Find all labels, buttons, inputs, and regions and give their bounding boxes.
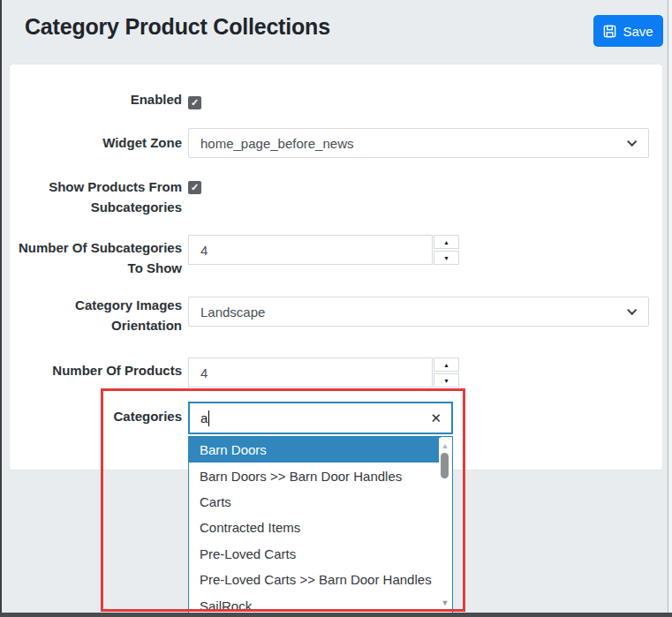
page-title: Category Product Collections (25, 14, 330, 40)
list-item[interactable]: Pre-Loved Carts >> Barn Door Handles (189, 567, 441, 592)
number-of-subcategories-stepper: ▲ ▼ (434, 235, 459, 265)
category-images-orientation-select[interactable]: Landscape (188, 297, 649, 327)
number-of-subcategories-label: Number Of Subcategories To Show (16, 237, 182, 278)
window-bottom-edge (0, 613, 672, 617)
list-item[interactable]: Carts (189, 489, 441, 515)
save-button-label: Save (623, 24, 653, 39)
number-of-subcategories-value: 4 (200, 243, 208, 258)
enabled-checkbox[interactable]: ✓ (188, 96, 201, 109)
category-images-orientation-label: Category Images Orientation (16, 295, 182, 335)
category-images-orientation-value: Landscape (200, 305, 265, 320)
check-icon: ✓ (191, 97, 199, 108)
categories-dropdown-list: Barn Doors Barn Doors >> Barn Door Handl… (188, 436, 453, 617)
window-right-edge (668, 0, 672, 617)
chevron-down-icon (627, 305, 637, 315)
categories-search-value: a (200, 410, 208, 425)
triangle-down-icon: ▼ (443, 378, 449, 384)
dropdown-scrollbar[interactable]: ▲ ▼ (439, 438, 451, 617)
save-button[interactable]: Save (593, 15, 663, 47)
widget-zone-label: Widget Zone (16, 132, 182, 153)
list-item[interactable]: Contracted Items (189, 515, 441, 540)
stepper-up-button[interactable]: ▲ (434, 235, 459, 249)
list-item[interactable]: Pre-Loved Carts (189, 541, 441, 567)
scrollbar-thumb[interactable] (441, 453, 449, 478)
check-icon: ✓ (191, 182, 199, 192)
widget-zone-select[interactable]: home_page_before_news (188, 128, 649, 158)
number-of-products-value: 4 (200, 365, 208, 380)
stepper-down-button[interactable]: ▼ (434, 373, 459, 388)
save-floppy-icon (603, 25, 616, 38)
clear-icon[interactable]: ✕ (430, 411, 442, 425)
text-cursor (208, 410, 209, 426)
scroll-up-icon[interactable]: ▲ (439, 441, 451, 450)
show-products-from-subcategories-checkbox[interactable]: ✓ (188, 181, 201, 194)
categories-dropdown-items: Barn Doors Barn Doors >> Barn Door Handl… (189, 437, 441, 617)
number-of-subcategories-input[interactable]: 4 (188, 235, 433, 265)
chevron-down-icon (627, 137, 637, 147)
list-item[interactable]: Barn Doors >> Barn Door Handles (189, 463, 441, 488)
categories-label: Categories (16, 406, 182, 426)
window-left-edge (0, 0, 2, 617)
categories-search-input[interactable]: a ✕ (188, 402, 453, 434)
triangle-up-icon: ▲ (443, 362, 449, 368)
number-of-products-stepper: ▲ ▼ (434, 357, 459, 388)
stepper-down-button[interactable]: ▼ (434, 251, 459, 265)
show-products-from-subcategories-label: Show Products From Subcategories (16, 177, 182, 217)
stepper-up-button[interactable]: ▲ (434, 357, 459, 372)
number-of-products-input[interactable]: 4 (188, 357, 433, 388)
enabled-label: Enabled (16, 89, 182, 109)
triangle-up-icon: ▲ (443, 239, 449, 245)
list-item[interactable]: Barn Doors (189, 437, 441, 463)
number-of-products-label: Number Of Products (16, 360, 182, 380)
scroll-down-icon[interactable]: ▼ (439, 598, 451, 607)
triangle-down-icon: ▼ (443, 255, 449, 261)
widget-zone-value: home_page_before_news (200, 136, 353, 151)
